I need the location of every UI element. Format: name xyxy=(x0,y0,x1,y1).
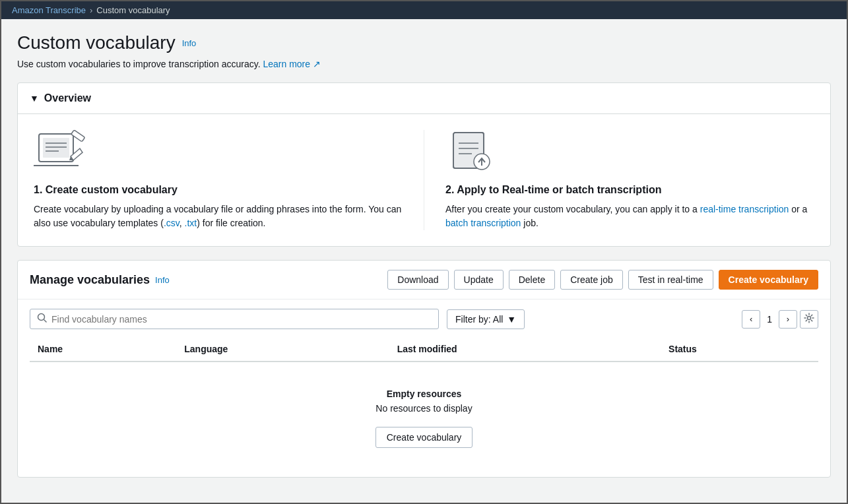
col-status: Status xyxy=(661,337,818,362)
step1-title: 1. Create custom vocabulary xyxy=(34,184,403,196)
manage-title: Manage vocabularies xyxy=(30,273,150,287)
page-subtitle: Use custom vocabularies to improve trans… xyxy=(17,59,831,69)
empty-state-row: Empty resources No resources to display … xyxy=(30,362,818,468)
search-input[interactable] xyxy=(51,314,432,325)
step2-col: 2. Apply to Real-time or batch transcrip… xyxy=(424,130,814,230)
svg-line-17 xyxy=(44,320,47,323)
search-box xyxy=(30,309,439,329)
create-vocabulary-button[interactable]: Create vocabulary xyxy=(719,270,818,290)
learn-more-link[interactable]: Learn more ↗ xyxy=(263,59,320,69)
overview-title: Overview xyxy=(44,92,91,104)
overview-header[interactable]: ▼ Overview xyxy=(18,83,830,114)
create-job-button[interactable]: Create job xyxy=(560,270,623,290)
test-realtime-button[interactable]: Test in real-time xyxy=(628,270,713,290)
step1-icon xyxy=(34,130,86,175)
delete-button[interactable]: Delete xyxy=(509,270,555,290)
empty-state-description: No resources to display xyxy=(43,403,805,414)
update-button[interactable]: Update xyxy=(454,270,504,290)
download-button[interactable]: Download xyxy=(387,270,448,290)
table-settings-button[interactable] xyxy=(800,310,818,329)
svg-rect-1 xyxy=(43,138,69,158)
col-name: Name xyxy=(30,337,176,362)
svg-point-16 xyxy=(38,314,45,321)
manage-actions: Download Update Delete Create job Test i… xyxy=(387,270,818,290)
manage-header: Manage vocabularies Info Download Update… xyxy=(18,261,830,299)
overview-card: ▼ Overview xyxy=(17,82,831,247)
pagination-next-button[interactable]: › xyxy=(779,310,797,329)
vocabularies-table: Name Language Last modified Status Empty… xyxy=(30,337,818,468)
csv-template-link[interactable]: .csv xyxy=(164,218,179,228)
svg-point-18 xyxy=(808,317,811,320)
empty-state: Empty resources No resources to display … xyxy=(30,362,818,468)
filter-label: Filter by: All xyxy=(455,314,503,325)
step1-description: Create vocabulary by uploading a vocabul… xyxy=(34,203,403,230)
breadcrumb-current: Custom vocabulary xyxy=(96,5,170,15)
manage-info-link[interactable]: Info xyxy=(155,275,170,285)
page-title-row: Custom vocabulary Info xyxy=(17,32,831,53)
realtime-transcription-link[interactable]: real-time transcription xyxy=(700,204,789,214)
step2-description: After you create your custom vocabulary,… xyxy=(445,203,814,230)
col-language: Language xyxy=(176,337,389,362)
page-wrapper: Amazon Transcribe › Custom vocabulary Cu… xyxy=(0,0,848,504)
filter-dropdown-icon: ▼ xyxy=(507,314,516,325)
pagination-row: ‹ 1 › xyxy=(742,310,818,329)
chevron-left-icon: ‹ xyxy=(750,314,752,324)
page-info-link[interactable]: Info xyxy=(182,38,197,48)
pagination-current-page: 1 xyxy=(763,314,776,325)
search-filter-row: Filter by: All ▼ ‹ 1 › xyxy=(30,309,818,329)
table-body: Empty resources No resources to display … xyxy=(30,362,818,468)
manage-title-row: Manage vocabularies Info xyxy=(30,273,170,287)
table-header-row: Name Language Last modified Status xyxy=(30,337,818,362)
manage-card: Manage vocabularies Info Download Update… xyxy=(17,260,831,478)
page-title: Custom vocabulary xyxy=(17,32,176,53)
breadcrumb-bar: Amazon Transcribe › Custom vocabulary xyxy=(1,1,847,19)
pagination-prev-button[interactable]: ‹ xyxy=(742,310,760,329)
breadcrumb-separator: › xyxy=(90,5,92,15)
empty-state-title: Empty resources xyxy=(43,389,805,399)
breadcrumb-parent-link[interactable]: Amazon Transcribe xyxy=(12,5,86,15)
step2-icon xyxy=(445,130,498,175)
svg-marker-7 xyxy=(71,148,82,160)
main-content: Custom vocabulary Info Use custom vocabu… xyxy=(1,19,847,503)
col-last-modified: Last modified xyxy=(389,337,661,362)
step1-col: 1. Create custom vocabulary Create vocab… xyxy=(34,130,424,230)
external-link-icon: ↗ xyxy=(313,59,321,69)
manage-body: Filter by: All ▼ ‹ 1 › xyxy=(18,299,830,477)
filter-button[interactable]: Filter by: All ▼ xyxy=(447,309,525,329)
batch-transcription-link[interactable]: batch transcription xyxy=(445,218,521,228)
overview-toggle-icon: ▼ xyxy=(30,93,39,104)
step2-title: 2. Apply to Real-time or batch transcrip… xyxy=(445,184,814,196)
txt-template-link[interactable]: .txt xyxy=(185,218,197,228)
search-icon xyxy=(37,313,48,325)
chevron-right-icon: › xyxy=(787,314,789,324)
overview-body: 1. Create custom vocabulary Create vocab… xyxy=(18,114,830,246)
empty-state-create-button[interactable]: Create vocabulary xyxy=(375,427,473,448)
settings-icon xyxy=(804,313,814,325)
